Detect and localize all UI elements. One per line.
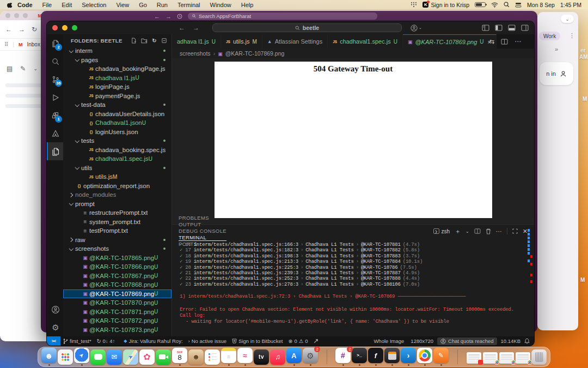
- back-icon[interactable]: ←: [154, 13, 160, 20]
- history-clock-icon[interactable]: [177, 14, 182, 19]
- collapse-all-icon[interactable]: [161, 38, 167, 44]
- compose-icon[interactable]: ✎: [20, 65, 26, 73]
- menu-bar-date[interactable]: Mon 8 Sep: [527, 2, 555, 8]
- vscode-icon[interactable]: ›: [400, 348, 416, 366]
- grid-status-icon[interactable]: [411, 2, 417, 8]
- tree-item[interactable]: chadavaUserDetails.json: [63, 110, 171, 119]
- atlassian-view-icon[interactable]: [47, 124, 63, 142]
- toggle-panel-icon[interactable]: [508, 25, 516, 31]
- tree-item[interactable]: pages: [63, 56, 171, 65]
- chevron-pill[interactable]: ⌄: [561, 15, 574, 23]
- kill-terminal-trash-icon[interactable]: [486, 228, 491, 234]
- problems-item[interactable]: ⊗ 0 ⚠ 0: [285, 338, 310, 344]
- slack-icon[interactable]: # 2: [335, 348, 351, 366]
- nav-forward-icon[interactable]: →: [193, 24, 199, 32]
- search-view-icon[interactable]: [47, 52, 63, 70]
- app-store-icon[interactable]: A: [286, 348, 302, 366]
- account-menu[interactable]: ⌄: [411, 25, 422, 32]
- tree-item[interactable]: optimization_report.json: [63, 182, 171, 191]
- settings-gear-icon[interactable]: ⚙: [47, 318, 63, 336]
- music-icon[interactable]: ♫: [270, 349, 286, 365]
- messages-icon[interactable]: [90, 349, 106, 365]
- safari-icon[interactable]: ➤: [74, 348, 90, 366]
- contacts-icon[interactable]: ☻: [188, 349, 204, 365]
- slack-search-input[interactable]: Search AppsForBharat: [188, 13, 377, 20]
- tree-item[interactable]: restructurePrompt.txt: [63, 208, 171, 218]
- editor-tab[interactable]: chadhaval1.spec.js U: [328, 34, 403, 49]
- customize-layout-icon[interactable]: [482, 25, 489, 31]
- sidebar-toggle-icon[interactable]: ▤: [7, 65, 13, 73]
- toggle-secondary-sidebar-icon[interactable]: [521, 25, 529, 31]
- run-debug-icon[interactable]: [47, 88, 63, 106]
- trash-icon[interactable]: [531, 349, 547, 365]
- menu-bar-time[interactable]: 1:45 PM: [560, 2, 581, 8]
- tree-item[interactable]: @KAR-TC-107866.png U: [63, 262, 171, 272]
- tree-item[interactable]: @KAR-TC-107867.png U: [63, 272, 171, 281]
- maps-icon[interactable]: ➤: [122, 349, 139, 365]
- tree-item[interactable]: Chadhaval1.json U: [63, 118, 171, 128]
- facetime-icon[interactable]: [155, 349, 171, 365]
- explorer-view-icon[interactable]: 2: [47, 34, 63, 52]
- tree-item[interactable]: loginPage.js: [63, 82, 171, 92]
- new-terminal-icon[interactable]: ＋: [455, 227, 461, 236]
- git-branch-item[interactable]: first_test*: [60, 338, 94, 344]
- refresh-icon[interactable]: ↻: [152, 38, 157, 44]
- terminal-output[interactable]: ✓16interm/tests/chadhaval1.spec.js:166:3…: [172, 238, 534, 336]
- new-file-icon[interactable]: [131, 38, 137, 44]
- tree-item[interactable]: screenshots: [63, 244, 171, 254]
- tree-item[interactable]: @KAR-TC-107869.png U: [63, 289, 171, 299]
- menu-item[interactable]: Window: [205, 2, 236, 8]
- breadcrumb[interactable]: screenshots › @KAR-TC-107869.png: [172, 49, 534, 58]
- more-menu-icon[interactable]: ⋮: [569, 32, 575, 39]
- photos-icon[interactable]: ✿: [139, 349, 155, 365]
- image-dimensions-item[interactable]: 1280x720: [408, 338, 436, 344]
- freeform-icon[interactable]: ≈: [237, 348, 253, 366]
- editor-tab[interactable]: adhava l1.js U: [172, 34, 221, 49]
- bitbucket-signin-item[interactable]: Sign in to Bitbucket: [229, 338, 285, 344]
- work-bookmark-pill[interactable]: Work: [539, 32, 560, 40]
- menu-item[interactable]: Terminal: [173, 2, 205, 8]
- panel-tab[interactable]: DEBUG CONSOLE: [179, 228, 226, 234]
- launchpad-icon[interactable]: [57, 349, 74, 365]
- breadcrumb-file[interactable]: @KAR-TC-107869.png: [225, 50, 285, 57]
- bookmarks-overflow-icon[interactable]: »: [555, 46, 558, 52]
- menu-item[interactable]: Edit: [57, 2, 77, 8]
- tree-item[interactable]: prompt: [63, 200, 171, 209]
- tree-item[interactable]: paymentPage.js: [63, 92, 171, 101]
- notifications-bell-icon[interactable]: [524, 338, 530, 344]
- file-size-item[interactable]: 10.14KB: [498, 338, 523, 344]
- source-control-icon[interactable]: 36: [47, 70, 63, 88]
- tree-item[interactable]: chadava_booking.spec.js: [63, 146, 171, 155]
- back-icon[interactable]: ←: [5, 26, 12, 33]
- apple-menu-icon[interactable]: [7, 1, 13, 8]
- menu-item[interactable]: Go: [134, 2, 152, 8]
- tree-item[interactable]: interm: [63, 46, 171, 56]
- command-center-search[interactable]: beetle: [212, 23, 402, 32]
- panel-tab[interactable]: OUTPUT: [179, 221, 226, 228]
- minimized-window-icon[interactable]: [514, 350, 531, 364]
- tree-item[interactable]: testPrompt.txt: [63, 226, 171, 236]
- tree-item[interactable]: @KAR-TC-107868.png U: [63, 280, 171, 289]
- editor-tab[interactable]: Atlassian Settings: [262, 34, 328, 49]
- panel-more-icon[interactable]: ⋯: [496, 228, 502, 235]
- menu-item[interactable]: View: [111, 2, 134, 8]
- notes-icon[interactable]: ≡: [220, 348, 237, 366]
- minimize-window-button[interactable]: [62, 25, 68, 31]
- window-control[interactable]: [5, 13, 10, 18]
- zoom-mode-item[interactable]: Whole Image: [371, 338, 407, 344]
- breadcrumb-folder[interactable]: screenshots: [180, 50, 211, 57]
- sign-in-button[interactable]: n in: [540, 62, 573, 85]
- chevron-down-icon[interactable]: ⌄: [33, 66, 38, 71]
- tree-item[interactable]: @KAR-TC-107870.png U: [63, 298, 171, 307]
- tree-item[interactable]: chadhava l1.js U: [63, 74, 171, 83]
- close-window-button[interactable]: [52, 25, 58, 31]
- mail-icon[interactable]: ✉: [106, 349, 122, 365]
- remote-indicator[interactable]: ><: [47, 336, 60, 346]
- zoom-window-button[interactable]: [72, 25, 77, 31]
- editor-tab[interactable]: utils.js M: [221, 34, 262, 49]
- new-folder-icon[interactable]: [141, 38, 148, 44]
- forward-icon[interactable]: →: [166, 13, 171, 20]
- jira-item[interactable]: ◆ Jira: Valluru Rahul Roy:: [121, 338, 185, 344]
- wifi-icon[interactable]: [491, 2, 498, 8]
- tree-item[interactable]: @KAR-TC-107871.png U: [63, 307, 171, 317]
